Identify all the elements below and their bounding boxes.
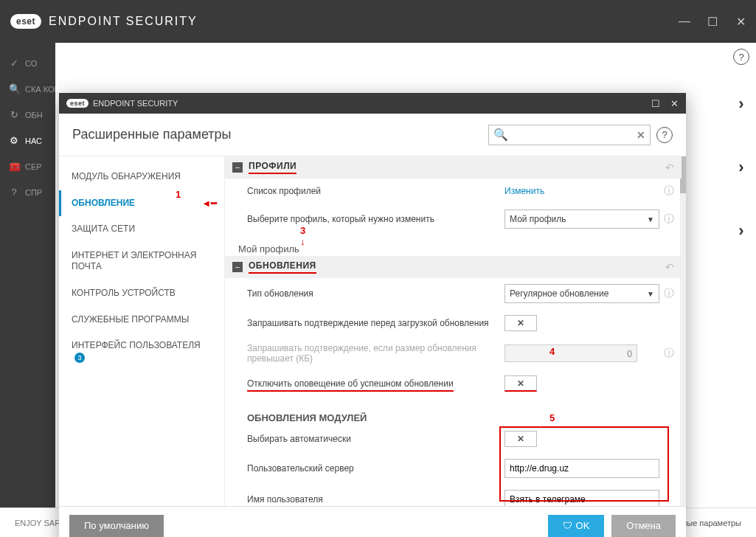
disable-notify-toggle[interactable]: ✕ bbox=[504, 375, 537, 392]
section-updates-title: ОБНОВЛЕНИЯ bbox=[249, 260, 316, 274]
profile-subheading: Мой профиль bbox=[225, 235, 682, 256]
settings-tree: МОДУЛЬ ОБНАРУЖЕНИЯ ОБНОВЛЕНИЕ ◄━ ЗАЩИТА … bbox=[59, 156, 225, 506]
eset-badge: eset bbox=[10, 14, 41, 29]
info-icon[interactable]: ⓘ bbox=[664, 287, 674, 300]
info-icon[interactable]: ⓘ bbox=[664, 347, 674, 360]
username-label: Имя пользователя bbox=[247, 494, 504, 505]
annotation-arrow: ◄━ bbox=[201, 198, 217, 210]
modal-header: Расширенные параметры 🔍 ✕ ? bbox=[59, 114, 686, 156]
row-custom-server: Пользовательский сервер bbox=[225, 453, 682, 484]
tree-network[interactable]: ЗАЩИТА СЕТИ bbox=[59, 216, 224, 243]
modal-help-button[interactable]: ? bbox=[656, 127, 673, 143]
gear-icon: ⚙ bbox=[9, 135, 19, 146]
outer-body: ✓СО 🔍СКА КОМ ↻ОБН ⚙НАС 🧰СЕР ?СПР ? › › ›… bbox=[0, 43, 756, 507]
badge-count: 3 bbox=[74, 353, 85, 363]
modal-maximize-icon[interactable]: ☐ bbox=[651, 98, 660, 109]
shield-icon: 🛡 bbox=[563, 520, 572, 531]
annotation-1: 1 bbox=[176, 189, 181, 200]
tree-update[interactable]: ОБНОВЛЕНИЕ ◄━ bbox=[59, 190, 224, 217]
nav-setup[interactable]: ⚙НАС bbox=[0, 128, 55, 153]
toolbox-icon: 🧰 bbox=[9, 161, 19, 172]
brand-logo: eset ENDPOINT SECURITY bbox=[10, 14, 198, 29]
update-type-select[interactable]: Регулярное обновление ▼ bbox=[504, 284, 659, 303]
nav-update[interactable]: ↻ОБН bbox=[0, 102, 55, 128]
minimize-icon[interactable]: — bbox=[679, 16, 690, 27]
confirm-download-label: Запрашивать подтверждение перед загрузко… bbox=[247, 318, 504, 328]
collapse-icon[interactable]: − bbox=[232, 262, 243, 272]
clear-search-icon[interactable]: ✕ bbox=[637, 129, 645, 141]
search-icon: 🔍 bbox=[493, 128, 508, 142]
modal-footer: По умолчанию 🛡OK Отмена bbox=[59, 506, 686, 537]
row-profile-list: Список профилей Изменить ⓘ bbox=[225, 179, 682, 204]
advanced-settings-dialog: eset ENDPOINT SECURITY ☐ ✕ Расширенные п… bbox=[59, 93, 686, 537]
row-disable-notify: Отключить оповещение об успешном обновле… bbox=[225, 370, 682, 398]
module-updates-heading: ОБНОВЛЕНИЯ МОДУЛЕЙ bbox=[225, 398, 682, 425]
reset-icon[interactable]: ↶ bbox=[665, 261, 674, 273]
profile-select-label: Выберите профиль, который нужно изменить bbox=[247, 214, 504, 224]
edit-profiles-link[interactable]: Изменить bbox=[504, 186, 544, 196]
nav-tools[interactable]: 🧰СЕР bbox=[0, 153, 55, 179]
outer-titlebar: eset ENDPOINT SECURITY — ☐ ✕ bbox=[0, 0, 756, 43]
question-icon: ? bbox=[9, 187, 19, 198]
chevron-right-icon[interactable]: › bbox=[738, 158, 743, 177]
window-controls: — ☐ ✕ bbox=[679, 16, 746, 27]
outer-right-rail: ? › › › bbox=[726, 43, 756, 478]
nav-home[interactable]: ✓СО bbox=[0, 50, 55, 76]
section-profiles-header[interactable]: − ПРОФИЛИ ↶ bbox=[225, 156, 682, 179]
defaults-button[interactable]: По умолчанию bbox=[69, 515, 164, 537]
check-icon: ✓ bbox=[9, 58, 19, 69]
search-input[interactable] bbox=[511, 130, 637, 140]
profile-list-label: Список профилей bbox=[247, 186, 504, 196]
username-input[interactable] bbox=[504, 490, 659, 506]
confirm-download-toggle[interactable]: ✕ bbox=[504, 315, 537, 331]
annotation-4: 4 bbox=[549, 346, 555, 357]
profile-select[interactable]: Мой профиль ▼ bbox=[504, 209, 659, 229]
row-confirm-download: Запрашивать подтверждение перед загрузко… bbox=[225, 309, 682, 337]
row-username: Имя пользователя bbox=[225, 484, 682, 506]
info-icon[interactable]: ⓘ bbox=[664, 212, 674, 226]
cancel-button[interactable]: Отмена bbox=[611, 515, 676, 537]
nav-help[interactable]: ?СПР bbox=[0, 179, 55, 205]
annotation-3: 3↓ bbox=[300, 225, 305, 247]
tree-webmail[interactable]: ИНТЕРНЕТ И ЭЛЕКТРОННАЯ ПОЧТА bbox=[59, 243, 224, 280]
product-title: ENDPOINT SECURITY bbox=[49, 15, 198, 28]
auto-select-label: Выбирать автоматически bbox=[247, 434, 504, 444]
custom-server-input[interactable] bbox=[504, 459, 659, 478]
tree-ui[interactable]: ИНТЕРФЕЙС ПОЛЬЗОВАТЕЛЯ 3 bbox=[59, 333, 224, 370]
reset-icon[interactable]: ↶ bbox=[665, 162, 674, 173]
help-button[interactable]: ? bbox=[733, 49, 749, 65]
eset-badge-small: eset bbox=[66, 99, 89, 108]
search-input-wrap[interactable]: 🔍 ✕ bbox=[488, 125, 651, 145]
modal-titlebar: eset ENDPOINT SECURITY ☐ ✕ bbox=[59, 93, 686, 114]
tree-detection[interactable]: МОДУЛЬ ОБНАРУЖЕНИЯ bbox=[59, 164, 224, 190]
main-window: eset ENDPOINT SECURITY — ☐ ✕ ✓СО 🔍СКА КО… bbox=[0, 0, 756, 537]
modal-body: МОДУЛЬ ОБНАРУЖЕНИЯ ОБНОВЛЕНИЕ ◄━ ЗАЩИТА … bbox=[59, 156, 686, 506]
modal-close-icon[interactable]: ✕ bbox=[670, 98, 679, 109]
chevron-right-icon[interactable]: › bbox=[738, 94, 743, 114]
scrollbar-track[interactable] bbox=[680, 156, 686, 506]
disable-notify-label: Отключить оповещение об успешном обновле… bbox=[247, 378, 504, 389]
settings-content: − ПРОФИЛИ ↶ Список профилей Изменить ⓘ В… bbox=[225, 156, 686, 506]
update-type-label: Тип обновления bbox=[247, 288, 504, 299]
ok-button[interactable]: 🛡OK bbox=[548, 515, 605, 537]
annotation-5: 5 bbox=[549, 412, 555, 423]
chevron-right-icon[interactable]: › bbox=[738, 221, 743, 240]
section-updates-header[interactable]: − ОБНОВЛЕНИЯ ↶ bbox=[225, 256, 682, 278]
tree-tools[interactable]: СЛУЖЕБНЫЕ ПРОГРАММЫ bbox=[59, 307, 224, 333]
search-icon: 🔍 bbox=[9, 83, 19, 94]
modal-heading: Расширенные параметры bbox=[72, 127, 232, 142]
row-profile-select: Выберите профиль, который нужно изменить… bbox=[225, 204, 682, 235]
close-icon[interactable]: ✕ bbox=[735, 16, 746, 27]
row-auto-select: Выбирать автоматически ✕ bbox=[225, 425, 682, 453]
maximize-icon[interactable]: ☐ bbox=[707, 16, 718, 27]
tree-device[interactable]: КОНТРОЛЬ УСТРОЙСТВ bbox=[59, 280, 224, 307]
outer-sidebar: ✓СО 🔍СКА КОМ ↻ОБН ⚙НАС 🧰СЕР ?СПР bbox=[0, 43, 55, 507]
modal-product-title: ENDPOINT SECURITY bbox=[93, 99, 178, 108]
info-icon[interactable]: ⓘ bbox=[664, 184, 674, 198]
nav-scan[interactable]: 🔍СКА КОМ bbox=[0, 76, 55, 102]
size-threshold-input: 0 bbox=[504, 344, 637, 362]
custom-server-label: Пользовательский сервер bbox=[247, 463, 504, 474]
row-update-type: Тип обновления Регулярное обновление ▼ ⓘ bbox=[225, 278, 682, 309]
auto-select-toggle[interactable]: ✕ bbox=[504, 431, 537, 447]
collapse-icon[interactable]: − bbox=[232, 162, 243, 173]
